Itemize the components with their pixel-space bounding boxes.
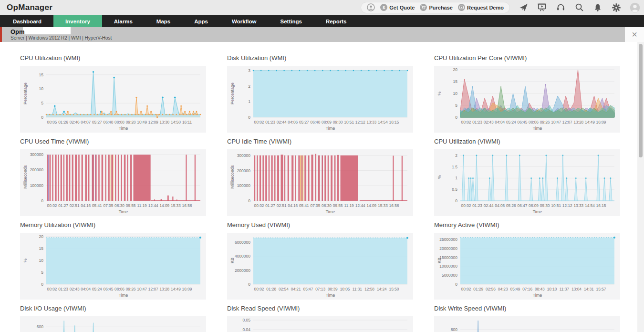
device-header: Opm Server | Windows 2012 R2 | WMI | Hyp… [0, 27, 644, 42]
tab-inventory[interactable]: Inventory [53, 15, 102, 27]
chart-card-disk-utilization-wmi: Disk Utilization (WMI) 0123Percentage00:… [227, 54, 413, 133]
device-meta: Server | Windows 2012 R2 | WMI | HyperV-… [10, 35, 644, 41]
svg-text:0: 0 [248, 198, 250, 203]
svg-text:10:47: 10:47 [551, 120, 561, 124]
chart-card-memory-utilization: Memory Utilization (VIWMI) 05101520%00:0… [20, 221, 206, 300]
svg-text:01:23: 01:23 [472, 203, 482, 208]
chart-card-memory-active: Memory Active (VIWMI) 050000001000000015… [434, 221, 620, 300]
svg-text:01:26: 01:26 [58, 120, 68, 124]
svg-text:0.04: 0.04 [242, 327, 250, 332]
svg-text:12:12: 12:12 [562, 203, 572, 208]
chart-title: CPU Utilization Per Core (VIWMI) [434, 54, 620, 63]
svg-text:0: 0 [455, 115, 457, 120]
purchase-button[interactable]: Purchase [420, 4, 453, 11]
opmanager-app: OpManager $ Get Quote Purchase [0, 0, 644, 332]
svg-text:11:37: 11:37 [560, 287, 570, 291]
svg-text:09:30: 09:30 [333, 120, 343, 124]
avatar[interactable] [630, 2, 640, 13]
chart-card-cpu-per-core: CPU Utilization Per Core (VIWMI) 0510152… [434, 54, 620, 133]
chart-cpu-idle-time: 0100000200000300000Milliseconds00:0201:2… [227, 149, 413, 216]
paper-plane-icon[interactable] [518, 2, 529, 13]
svg-text:07:13: 07:13 [315, 287, 325, 291]
svg-text:05:24: 05:24 [92, 287, 102, 291]
chart-disk-io-usage: 0600 [20, 316, 206, 332]
svg-text:300000: 300000 [237, 153, 251, 158]
chart-title: CPU Used Time (VIWMI) [20, 138, 206, 146]
svg-text:14:50: 14:50 [171, 120, 181, 124]
svg-text:11:19: 11:19 [137, 203, 147, 208]
svg-text:0.5: 0.5 [452, 187, 457, 192]
gear-icon[interactable] [611, 2, 622, 13]
tab-maps[interactable]: Maps [145, 15, 182, 27]
svg-text:Time: Time [119, 126, 128, 131]
svg-text:5: 5 [455, 103, 457, 108]
svg-text:2: 2 [248, 84, 250, 89]
chart-cpu-utilization-viwmi: 00.511.52%00:0201:2302:4404:0505:2606:47… [434, 149, 620, 216]
svg-text:09:55: 09:55 [126, 203, 136, 208]
svg-text:09:28: 09:28 [126, 120, 136, 124]
svg-text:10: 10 [39, 86, 44, 91]
headset-icon[interactable] [555, 2, 566, 13]
svg-text:15:50: 15:50 [389, 287, 399, 291]
svg-text:15: 15 [39, 246, 44, 251]
svg-text:05:26: 05:26 [506, 203, 516, 208]
svg-text:0: 0 [41, 198, 43, 203]
tab-settings[interactable]: Settings [269, 15, 314, 27]
scrollbar-thumb[interactable] [639, 44, 643, 157]
svg-text:04:21: 04:21 [291, 287, 301, 291]
tab-reports[interactable]: Reports [314, 15, 358, 27]
svg-text:15:33: 15:33 [378, 203, 388, 208]
svg-text:1.5: 1.5 [452, 165, 457, 169]
svg-text:04:16: 04:16 [288, 203, 298, 208]
bell-icon[interactable] [592, 2, 603, 13]
svg-text:16:15: 16:15 [596, 203, 606, 208]
svg-text:00:02: 00:02 [47, 287, 57, 291]
svg-text:02:51: 02:51 [70, 203, 80, 208]
svg-text:01:23: 01:23 [58, 287, 68, 291]
svg-text:3: 3 [248, 68, 250, 73]
svg-text:Percentage: Percentage [230, 83, 235, 104]
svg-text:Time: Time [533, 293, 542, 298]
svg-text:Time: Time [533, 209, 542, 214]
chart-cpu-per-core: 05101520%00:0201:2302:4304:0405:2406:450… [434, 66, 620, 133]
svg-text:10:05: 10:05 [340, 287, 350, 291]
search-icon[interactable] [574, 2, 584, 13]
svg-text:13:28: 13:28 [573, 120, 583, 124]
svg-text:06:47: 06:47 [518, 203, 528, 208]
svg-text:14:09: 14:09 [366, 203, 376, 208]
tab-alarms[interactable]: Alarms [102, 15, 145, 27]
svg-text:13:28: 13:28 [159, 287, 169, 291]
svg-text:15:33: 15:33 [171, 203, 181, 208]
svg-text:14:31: 14:31 [584, 287, 594, 291]
svg-text:0: 0 [41, 115, 43, 120]
svg-text:14:49: 14:49 [171, 287, 181, 291]
close-icon: × [632, 29, 637, 40]
svg-text:100000: 100000 [30, 183, 44, 188]
request-demo-button[interactable]: Request Demo [458, 4, 504, 11]
chart-title: Disk Write Speed (VIWMI) [434, 305, 620, 313]
svg-text:09:30: 09:30 [540, 203, 550, 208]
svg-text:800: 800 [451, 327, 457, 332]
svg-text:13:33: 13:33 [573, 203, 583, 208]
svg-text:Time: Time [326, 293, 335, 298]
user-circle-icon[interactable] [367, 3, 375, 11]
svg-text:01:27: 01:27 [265, 203, 275, 208]
svg-text:15: 15 [39, 73, 44, 77]
tab-dashboard[interactable]: Dashboard [1, 15, 53, 27]
svg-text:09:26: 09:26 [540, 120, 550, 124]
svg-text:01:28: 01:28 [266, 287, 276, 291]
close-button[interactable]: × [625, 27, 644, 42]
svg-text:04:04: 04:04 [81, 287, 91, 291]
tab-apps[interactable]: Apps [182, 15, 220, 27]
topbar-actions: $ Get Quote Purchase Request Demo [361, 2, 640, 13]
svg-text:11:19: 11:19 [344, 203, 354, 208]
presentation-icon[interactable] [537, 2, 547, 13]
chart-card-disk-io-usage: Disk I/O Usage (VIWMI) 0600 [20, 305, 206, 332]
chart-title: Memory Utilization (VIWMI) [20, 221, 206, 230]
tab-workflow[interactable]: Workflow [220, 15, 269, 27]
svg-text:15000000: 15000000 [439, 255, 457, 260]
scrollbar[interactable] [637, 42, 644, 332]
svg-text:07:05: 07:05 [104, 203, 114, 208]
get-quote-button[interactable]: $ Get Quote [380, 4, 415, 11]
svg-text:04:23: 04:23 [498, 287, 508, 291]
